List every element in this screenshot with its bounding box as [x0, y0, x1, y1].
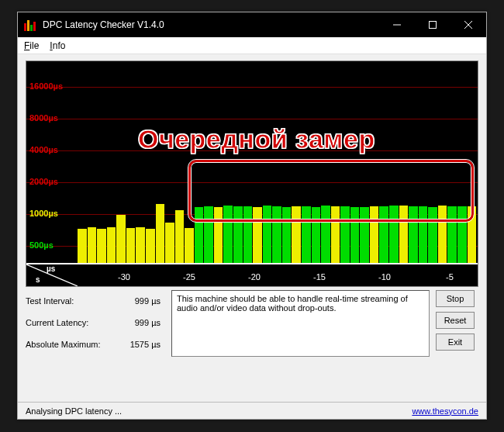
titlebar[interactable]: DPC Latency Checker V1.4.0	[18, 12, 486, 37]
app-icon	[24, 19, 36, 31]
svg-rect-1	[430, 22, 437, 29]
message-box: This machine should be able to handle re…	[171, 290, 430, 357]
menubar: File Info	[18, 37, 486, 54]
latency-bar	[97, 229, 106, 263]
app-window: DPC Latency Checker V1.4.0 File Info 160…	[17, 12, 487, 420]
annotation-highlight	[188, 160, 474, 222]
menu-info[interactable]: Info	[50, 40, 65, 51]
window-controls	[379, 12, 486, 37]
x-axis-tick: -20	[248, 272, 261, 282]
y-axis-label: 8000µs	[29, 113, 58, 123]
latency-bar	[136, 227, 145, 263]
x-unit-label: s	[36, 275, 40, 284]
x-axis: µs s -30-25-20-15-10-5	[26, 264, 478, 286]
x-axis-tick: -15	[313, 272, 326, 282]
minimize-button[interactable]	[379, 12, 415, 37]
latency-bar	[78, 229, 87, 263]
y-axis-label: 500µs	[29, 240, 54, 250]
latency-bar	[126, 228, 136, 263]
latency-bar	[165, 223, 174, 263]
x-axis-tick: -5	[446, 272, 454, 282]
current-latency-value: 999 µs	[135, 318, 161, 327]
latency-bar	[88, 227, 97, 263]
maximize-button[interactable]	[415, 12, 450, 37]
close-button[interactable]	[450, 12, 486, 37]
latency-bar	[156, 204, 165, 263]
latency-bar	[185, 228, 194, 263]
y-axis-label: 4000µs	[29, 145, 58, 154]
info-panel: Test Interval: 999 µs Current Latency: 9…	[26, 290, 478, 357]
test-interval-label: Test Interval:	[26, 296, 74, 306]
y-axis-label: 16000µs	[29, 81, 63, 91]
status-link[interactable]: www.thesycon.de	[412, 406, 478, 416]
gridline	[26, 119, 478, 119]
menu-file[interactable]: File	[24, 40, 39, 51]
latency-bar	[175, 210, 185, 263]
stats-block: Test Interval: 999 µs Current Latency: 9…	[26, 290, 165, 357]
absolute-max-value: 1575 µs	[130, 340, 161, 349]
reset-button[interactable]: Reset	[436, 312, 475, 329]
y-unit-label: µs	[47, 264, 55, 273]
current-latency-label: Current Latency:	[26, 318, 88, 327]
x-axis-tick: -30	[118, 272, 130, 282]
latency-bar	[116, 215, 126, 263]
stop-button[interactable]: Stop	[436, 290, 475, 307]
test-interval-value: 999 µs	[135, 296, 161, 306]
y-axis-label: 1000µs	[29, 209, 58, 218]
latency-bar	[107, 227, 116, 263]
gridline	[26, 87, 478, 88]
button-column: Stop Reset Exit	[436, 290, 478, 357]
x-axis-tick: -10	[378, 272, 391, 282]
status-text: Analysing DPC latency ...	[26, 406, 122, 416]
x-axis-tick: -25	[183, 272, 195, 282]
exit-button[interactable]: Exit	[436, 334, 475, 351]
annotation-label: Очередной замер	[138, 124, 375, 154]
window-title: DPC Latency Checker V1.4.0	[43, 19, 379, 30]
statusbar: Analysing DPC latency ... www.thesycon.d…	[18, 402, 486, 419]
absolute-max-label: Absolute Maximum:	[26, 340, 101, 349]
latency-bar	[146, 229, 155, 263]
y-axis-label: 2000µs	[29, 177, 58, 186]
axis-corner: µs s	[26, 264, 78, 286]
